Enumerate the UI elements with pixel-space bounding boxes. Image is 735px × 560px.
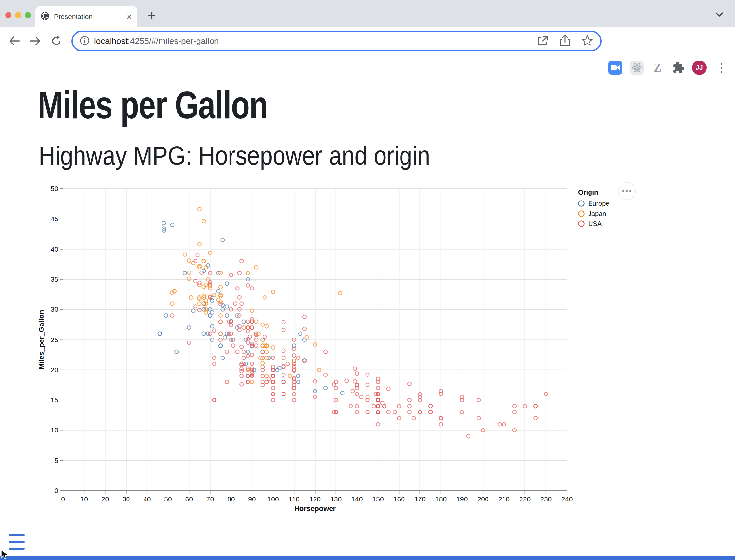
svg-text:Europe: Europe xyxy=(588,200,609,207)
chart-actions-button[interactable] xyxy=(618,182,636,200)
svg-text:150: 150 xyxy=(372,495,384,503)
svg-text:10: 10 xyxy=(80,495,88,503)
page-info-icon[interactable] xyxy=(80,36,90,47)
svg-text:130: 130 xyxy=(330,495,342,503)
window-close-button[interactable] xyxy=(5,12,11,18)
svg-text:10: 10 xyxy=(51,426,58,434)
svg-text:200: 200 xyxy=(477,495,489,503)
svg-text:120: 120 xyxy=(309,495,321,503)
forward-icon[interactable] xyxy=(29,34,42,47)
window-minimize-button[interactable] xyxy=(15,12,21,18)
svg-text:230: 230 xyxy=(540,495,551,503)
svg-text:180: 180 xyxy=(435,495,446,503)
svg-text:30: 30 xyxy=(51,306,58,313)
page-title: Miles per Gallon xyxy=(38,86,268,124)
new-tab-icon[interactable]: + xyxy=(148,8,156,24)
browser-tab-strip: Presentation × + xyxy=(0,0,735,27)
svg-text:15: 15 xyxy=(51,396,58,404)
profile-avatar[interactable]: JJ xyxy=(692,61,707,75)
url-text[interactable]: localhost:4255/#/miles-per-gallon xyxy=(94,36,219,46)
svg-text:45: 45 xyxy=(51,215,58,222)
svg-text:Horsepower: Horsepower xyxy=(294,504,336,513)
svg-text:0: 0 xyxy=(61,495,65,503)
share-icon[interactable] xyxy=(560,34,570,48)
url-bar[interactable]: localhost:4255/#/miles-per-gallon xyxy=(71,31,602,51)
svg-text:5: 5 xyxy=(54,457,58,464)
window-controls xyxy=(5,12,31,18)
page-subtitle: Highway MPG: Horsepower and origin xyxy=(39,143,430,169)
svg-text:20: 20 xyxy=(101,495,109,503)
svg-text:170: 170 xyxy=(414,495,426,503)
z-extension-icon[interactable]: Z xyxy=(651,61,664,75)
svg-text:90: 90 xyxy=(248,495,256,503)
svg-text:20: 20 xyxy=(51,366,58,374)
svg-text:25: 25 xyxy=(51,336,58,343)
tabstrip-chevron-down-icon[interactable] xyxy=(715,12,724,19)
hamburger-menu-icon[interactable] xyxy=(9,534,25,550)
svg-text:140: 140 xyxy=(351,495,363,503)
tab-close-icon[interactable]: × xyxy=(126,12,132,22)
svg-text:40: 40 xyxy=(51,245,58,253)
react-extension-icon[interactable] xyxy=(630,61,644,75)
svg-text:210: 210 xyxy=(498,495,510,503)
url-host: localhost xyxy=(94,36,128,46)
open-in-new-icon[interactable] xyxy=(537,35,549,47)
presentation-progress-bar xyxy=(0,556,735,560)
svg-text:80: 80 xyxy=(227,495,235,503)
svg-text:190: 190 xyxy=(456,495,467,503)
scatter-chart-container: 0102030405060708090100110120130140150160… xyxy=(36,183,641,528)
window-zoom-button[interactable] xyxy=(25,12,31,18)
globe-favicon-icon xyxy=(41,11,49,22)
svg-text:100: 100 xyxy=(268,495,279,503)
reload-icon[interactable] xyxy=(50,34,63,47)
browser-toolbar: localhost:4255/#/miles-per-gallon xyxy=(0,27,735,55)
svg-text:USA: USA xyxy=(588,220,602,227)
svg-text:30: 30 xyxy=(122,495,130,503)
svg-text:40: 40 xyxy=(143,495,151,503)
svg-text:Origin: Origin xyxy=(578,188,598,196)
svg-text:0: 0 xyxy=(54,487,58,494)
svg-text:160: 160 xyxy=(393,495,405,503)
svg-text:60: 60 xyxy=(185,495,193,503)
svg-text:50: 50 xyxy=(164,495,172,503)
svg-text:220: 220 xyxy=(519,495,531,503)
back-icon[interactable] xyxy=(8,34,21,47)
menu-kebab-icon[interactable] xyxy=(718,61,725,75)
svg-text:35: 35 xyxy=(51,275,58,283)
tab-title: Presentation xyxy=(54,13,93,21)
bookmark-star-icon[interactable] xyxy=(581,35,593,48)
zoom-app-icon[interactable] xyxy=(608,61,622,75)
svg-text:70: 70 xyxy=(206,495,214,503)
mouse-cursor xyxy=(1,550,9,560)
scatter-chart: 0102030405060708090100110120130140150160… xyxy=(36,183,641,528)
svg-text:240: 240 xyxy=(561,495,572,503)
svg-text:50: 50 xyxy=(51,185,58,192)
svg-text:Miles_per_Gallon: Miles_per_Gallon xyxy=(37,310,45,369)
svg-text:110: 110 xyxy=(289,495,300,503)
url-path: :4255/#/miles-per-gallon xyxy=(128,36,219,46)
svg-text:Japan: Japan xyxy=(588,210,606,217)
extensions-puzzle-icon[interactable] xyxy=(672,61,685,75)
browser-tab[interactable]: Presentation × xyxy=(35,6,137,27)
